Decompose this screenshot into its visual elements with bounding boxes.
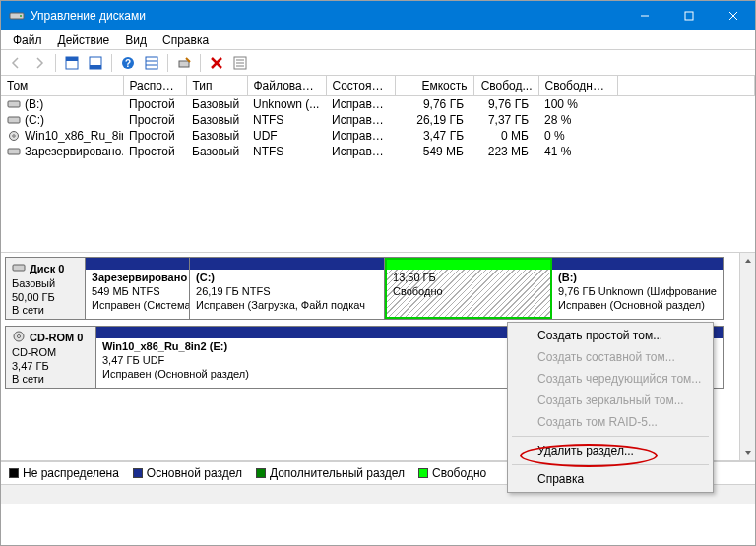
column-headers[interactable]: Том Располо... Тип Файловая с... Состоян… [1, 76, 755, 96]
col-layout[interactable]: Располо... [123, 76, 186, 96]
partition-system-reserved[interactable]: Зарезервировано 549 МБ NTFS Исправен (Си… [86, 258, 190, 319]
disc-icon [12, 331, 26, 346]
cm-create-simple[interactable]: Создать простой том... [510, 325, 711, 346]
back-button[interactable] [5, 52, 27, 74]
cm-create-spanned: Создать составной том... [510, 346, 711, 368]
svg-rect-27 [13, 265, 25, 271]
title-bar: Управление дисками [1, 1, 755, 30]
help-button[interactable]: ? [117, 52, 139, 74]
svg-rect-9 [90, 65, 101, 69]
toolbar-view-bottom[interactable] [85, 52, 106, 74]
svg-rect-23 [8, 117, 20, 123]
col-type[interactable]: Тип [186, 76, 247, 96]
col-fs[interactable]: Файловая с... [247, 76, 326, 96]
toolbar-settings[interactable] [141, 52, 162, 74]
svg-rect-3 [685, 12, 693, 20]
cm-create-raid5: Создать том RAID-5... [510, 411, 711, 433]
context-menu: Создать простой том... Создать составной… [507, 322, 714, 493]
scroll-up[interactable] [740, 253, 755, 269]
table-row[interactable]: (C:)ПростойБазовыйNTFSИсправен...26,19 Г… [1, 112, 755, 128]
table-row[interactable]: Win10_x86_Ru_8in...ПростойБазовыйUDFИспр… [1, 128, 755, 144]
menu-help[interactable]: Справка [155, 31, 217, 49]
scrollbar[interactable] [739, 253, 755, 460]
col-volume[interactable]: Том [1, 76, 123, 96]
col-pct[interactable]: Свободно % [538, 76, 617, 96]
hdd-icon [12, 262, 26, 277]
app-icon [9, 8, 25, 24]
svg-rect-22 [8, 101, 20, 107]
disk-label-cdrom[interactable]: CD-ROM 0 CD-ROM 3,47 ГБ В сети [6, 327, 96, 388]
scroll-down[interactable] [740, 445, 755, 460]
partition-free-selected[interactable]: 13,50 ГБ Свободно [385, 258, 552, 319]
legend-swatch-unalloc [9, 468, 19, 478]
forward-button[interactable] [29, 52, 50, 74]
partition-b[interactable]: (B:) 9,76 ГБ Unknown (Шифрование Исправе… [552, 258, 723, 319]
properties-button[interactable] [229, 52, 251, 74]
disk-name-0: Диск 0 [30, 263, 64, 274]
volume-list: Том Располо... Тип Файловая с... Состоян… [1, 76, 755, 253]
col-free[interactable]: Свобод... [473, 76, 538, 96]
partition-c[interactable]: (C:) 26,19 ГБ NTFS Исправен (Загрузка, Ф… [190, 258, 385, 319]
legend-swatch-primary [133, 468, 143, 478]
cm-create-mirrored: Создать зеркальный том... [510, 390, 711, 411]
svg-rect-26 [8, 149, 20, 154]
toolbar-action[interactable] [173, 52, 195, 74]
close-button[interactable] [711, 1, 755, 30]
menu-bar: Файл Действие Вид Справка [1, 30, 755, 50]
menu-action[interactable]: Действие [50, 31, 118, 49]
legend-swatch-free [418, 468, 428, 478]
delete-button[interactable] [206, 52, 227, 74]
maximize-button[interactable] [666, 1, 711, 30]
minimize-button[interactable] [622, 1, 666, 30]
col-capacity[interactable]: Емкость [395, 76, 473, 96]
window-title: Управление дисками [31, 9, 622, 23]
cm-help[interactable]: Справка [510, 468, 711, 490]
table-row[interactable]: (B:)ПростойБазовыйUnknown (...Исправен..… [1, 96, 755, 113]
col-state[interactable]: Состояние [326, 76, 395, 96]
cm-create-striped: Создать чередующийся том... [510, 368, 711, 390]
toolbar-view-top[interactable] [61, 52, 83, 74]
legend-swatch-extended [256, 468, 266, 478]
svg-point-25 [13, 135, 15, 137]
disk-name-cdrom: CD-ROM 0 [30, 332, 83, 343]
svg-rect-12 [146, 57, 158, 69]
disk-label-0[interactable]: Диск 0 Базовый 50,00 ГБ В сети [6, 258, 86, 319]
menu-view[interactable]: Вид [117, 31, 155, 49]
menu-file[interactable]: Файл [5, 31, 50, 49]
svg-point-1 [20, 15, 22, 17]
svg-rect-15 [179, 61, 189, 67]
svg-point-29 [18, 335, 21, 338]
cm-delete-partition[interactable]: Удалить раздел... [510, 440, 711, 461]
table-row[interactable]: Зарезервировано...ПростойБазовыйNTFSИспр… [1, 144, 755, 159]
svg-rect-7 [66, 57, 78, 61]
toolbar: ? [1, 50, 755, 76]
svg-text:?: ? [125, 58, 131, 69]
disk-row-0: Диск 0 Базовый 50,00 ГБ В сети Зарезерви… [5, 257, 724, 320]
